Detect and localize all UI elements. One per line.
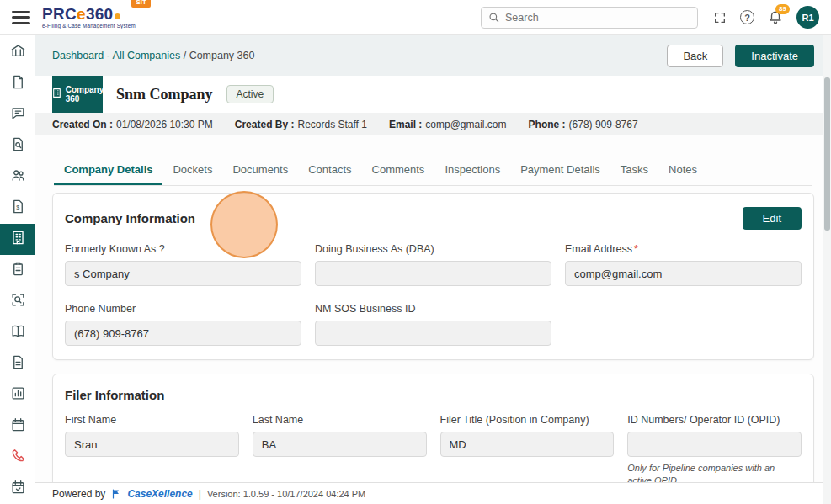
filer-title-input[interactable] [440,432,615,457]
filer-information-card: Filer Information First Name Last Name F… [52,374,814,482]
logo-text: PRCe360 [42,6,136,22]
search-input[interactable] [505,12,690,24]
calendar-icon [10,416,26,436]
sidebar: $ [0,35,35,504]
sidebar-item-chat[interactable] [0,99,35,130]
field-email-address: Email Address* [565,243,802,286]
chart-icon [10,385,26,405]
dba-input[interactable] [315,261,551,286]
search-icon [488,12,500,24]
field-label: Doing Business As (DBA) [315,243,434,255]
global-search[interactable] [481,7,698,29]
sidebar-item-company-360[interactable] [0,224,35,255]
sidebar-item-document-search[interactable] [0,130,35,162]
last-name-input[interactable] [253,432,427,457]
tab-company-details[interactable]: Company Details [54,156,162,185]
tab-contacts[interactable]: Contacts [298,156,361,185]
sidebar-item-phone[interactable] [0,442,35,473]
tab-comments[interactable]: Comments [362,156,435,185]
nm-sos-business-id-input[interactable] [315,321,551,346]
file-lines-icon [10,354,26,374]
field-label: Formerly Known As ? [65,243,165,255]
footer: Powered by CaseXellence | Version: 1.0.5… [35,482,831,504]
tab-inspections[interactable]: Inspections [434,156,510,185]
topbar: SIT PRCe360 e-Filing & Case Management S… [0,0,831,35]
tab-tasks[interactable]: Tasks [610,156,658,185]
required-marker: * [634,243,638,255]
field-last-name: Last Name [253,414,427,482]
sidebar-item-file-lines[interactable] [0,348,35,379]
field-dba: Doing Business As (DBA) [315,243,551,286]
opid-input[interactable] [627,432,802,457]
company-header: Company360 Snm Company Active [35,76,831,113]
field-opid: ID Numbers/ Operator ID (OPID) Only for … [627,414,802,482]
meta-bar: Created On :01/08/2026 10:30 PM Created … [35,113,831,135]
field-label: Filer Title (Position in Company) [440,414,589,426]
tab-bar: Company Details Dockets Documents Contac… [54,156,812,186]
tabs-section: Company Details Dockets Documents Contac… [35,135,831,186]
breadcrumb-link-all-companies[interactable]: Dashboard - All Companies [52,50,180,61]
notifications-bell-icon[interactable]: 89 [768,10,783,25]
clipboard-icon [10,261,26,280]
opid-note: Only for Pipeline companies with an acti… [627,462,779,482]
company-information-card: Company Information Edit Formerly Known … [52,193,814,360]
avatar[interactable]: R1 [796,6,819,29]
breadcrumb-bar: Dashboard - All Companies / Company 360 … [35,35,831,76]
status-badge: Active [226,85,274,103]
sidebar-item-invoice[interactable]: $ [0,193,35,224]
sidebar-item-document[interactable] [0,68,35,99]
sidebar-item-institution[interactable] [0,37,35,68]
app-logo: SIT PRCe360 e-Filing & Case Management S… [42,6,136,29]
field-label: Last Name [253,414,303,426]
sidebar-item-calendar[interactable] [0,411,35,442]
scrollbar-track[interactable] [823,35,831,504]
meta-created-by: Created By :Records Staff 1 [235,119,367,130]
sidebar-item-users[interactable] [0,162,35,193]
phone-number-input[interactable] [65,321,301,346]
sidebar-item-reports[interactable] [0,379,35,411]
sidebar-item-scan-search[interactable] [0,286,35,317]
scan-search-icon [10,292,26,311]
email-address-input[interactable] [565,261,802,286]
notification-count-badge: 89 [775,4,790,14]
section-title-company-information: Company Information [65,211,195,225]
ledger-book-icon [10,323,26,342]
logo-subtitle: e-Filing & Case Management System [42,24,136,29]
edit-button[interactable]: Edit [743,207,802,230]
sidebar-item-tasks[interactable] [0,255,35,286]
company-360-badge: Company360 [52,76,103,113]
breadcrumb: Dashboard - All Companies / Company 360 [52,50,254,61]
building-icon [51,87,62,102]
tab-payment-details[interactable]: Payment Details [510,156,610,185]
fullscreen-icon[interactable] [713,11,727,24]
environment-badge: SIT [131,0,150,8]
scrollbar-thumb[interactable] [824,77,830,231]
inactivate-button[interactable]: Inactivate [735,45,814,67]
tab-documents[interactable]: Documents [222,156,298,185]
document-search-icon [10,136,26,156]
document-icon [10,74,26,93]
meta-created-on: Created On :01/08/2026 10:30 PM [52,119,213,130]
hamburger-menu-button[interactable] [12,11,30,24]
users-icon [10,167,26,187]
formerly-known-as-input[interactable] [65,261,301,286]
section-title-filer-information: Filer Information [65,388,164,402]
field-first-name: First Name [65,414,239,482]
field-label: Phone Number [65,303,136,315]
phone-icon [10,448,26,467]
meta-email: Email :comp@gmail.com [389,119,507,130]
field-nm-sos-business-id: NM SOS Business ID [315,303,551,346]
invoice-icon: $ [10,199,26,218]
first-name-input[interactable] [65,432,239,457]
sidebar-item-ledger[interactable] [0,317,35,348]
institution-icon [10,43,26,62]
sidebar-item-calendar-event[interactable] [0,473,35,504]
breadcrumb-current: Company 360 [189,50,255,61]
tab-dockets[interactable]: Dockets [162,156,222,185]
casexellence-brand[interactable]: CaseXellence [127,488,192,500]
powered-by-label: Powered by [52,488,105,500]
help-icon[interactable]: ? [740,10,754,24]
back-button[interactable]: Back [667,45,723,67]
field-label: First Name [65,414,116,426]
tab-notes[interactable]: Notes [658,156,707,185]
